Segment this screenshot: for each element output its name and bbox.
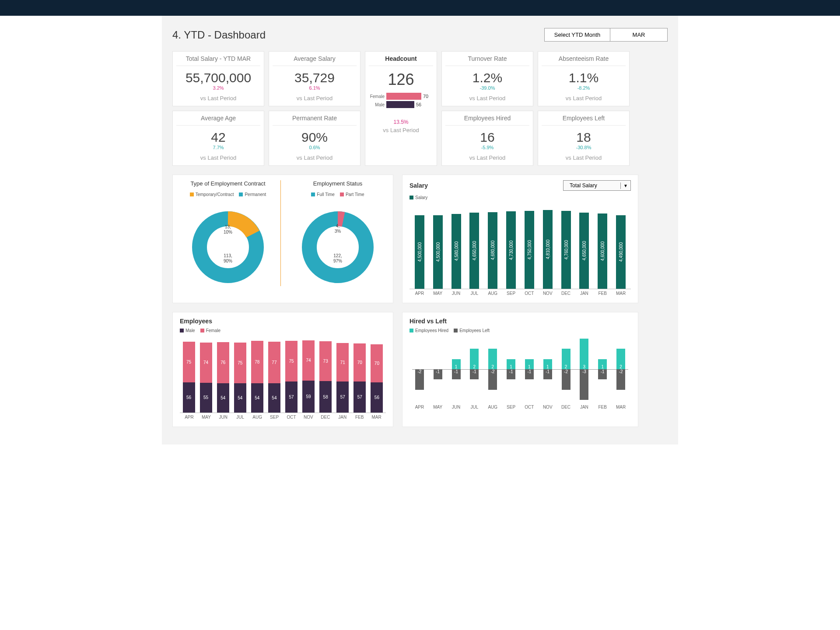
- emp-stack: 58 73: [318, 341, 333, 413]
- salary-x-axis: APRMAYJUNJULAUGSEPOCTNOVDECJANFEBMAR: [410, 289, 631, 296]
- salary-bar: 4,600,000: [595, 214, 610, 289]
- salary-bar: 4,650,000: [467, 213, 482, 289]
- kpi-sub: vs Last Period: [269, 93, 360, 106]
- salary-bar: 4,500,000: [430, 215, 445, 289]
- salary-bar: 4,760,000: [559, 211, 574, 289]
- salary-dropdown[interactable]: Total Salary ▼: [563, 180, 631, 191]
- kpi-title: Average Age: [176, 111, 260, 126]
- kpi-sub: vs Last Period: [538, 93, 629, 106]
- kpi-value: 126: [365, 66, 437, 89]
- kpi-value: 55,700,000: [173, 66, 264, 85]
- kpi-avg-salary: Average Salary 35,729 6.1% vs Last Perio…: [269, 51, 360, 106]
- hc-bar-row: Female 70: [370, 93, 432, 100]
- emp-stack: 54 75: [233, 343, 247, 413]
- salary-panel: Salary Total Salary ▼ Salary 4,500,000 4…: [402, 175, 638, 303]
- hvl-bar: 1 -1: [595, 336, 610, 402]
- donut-contract: Type of Employment Contract Temporary/Co…: [180, 180, 281, 286]
- chevron-down-icon: ▼: [620, 182, 630, 189]
- donut-status: Employment Status Full TimePart Time 4, …: [290, 180, 386, 286]
- kpi-left: Employees Left 18 -30.8% vs Last Period: [538, 111, 630, 166]
- salary-bar: 4,580,000: [449, 214, 464, 289]
- donut-title: Employment Status: [290, 180, 386, 187]
- legend-item: Permanent: [239, 192, 266, 197]
- hvl-bar: 2 -2: [559, 336, 574, 402]
- kpi-value: 42: [173, 126, 264, 145]
- kpi-title: Employees Left: [542, 111, 626, 126]
- legend-item: Female: [200, 328, 220, 333]
- svg-text:4,: 4,: [336, 224, 340, 228]
- kpi-turnover: Turnover Rate 1.2% -39.0% vs Last Period: [441, 51, 533, 106]
- hvl-bar: -1: [430, 336, 445, 402]
- kpi-headcount: Headcount 126 Female 70 Male 56 13.5% vs…: [365, 51, 437, 166]
- kpi-delta: 7.7%: [173, 145, 264, 153]
- headcount-gender-bars: Female 70 Male 56: [365, 89, 437, 111]
- hvl-bar: 1 -1: [504, 336, 518, 402]
- panel-title: Salary: [410, 182, 428, 189]
- salary-bar: 4,810,000: [540, 210, 555, 289]
- kpi-sub: vs Last Period: [442, 153, 533, 165]
- kpi-sub: vs Last Period: [365, 125, 437, 138]
- kpi-delta: -5.9%: [442, 145, 533, 153]
- kpi-value: 90%: [269, 126, 360, 145]
- kpi-delta: 6.1%: [269, 85, 360, 93]
- kpi-title: Headcount: [369, 52, 433, 66]
- panel-title: Hired vs Left: [410, 318, 631, 325]
- svg-text:10%: 10%: [224, 230, 232, 234]
- legend-item: Temporary/Contract: [190, 192, 234, 197]
- emp-stack: 54 78: [250, 341, 264, 413]
- legend-item: Full Time: [311, 192, 335, 197]
- kpi-title: Absenteeism Rate: [542, 52, 626, 66]
- hvl-bar: 1 -1: [449, 336, 464, 402]
- emp-stack: 54 76: [216, 342, 230, 413]
- emp-stack: 57 75: [284, 341, 298, 413]
- legend-item: Employees Hired: [410, 328, 448, 333]
- salary-bar: 4,680,000: [485, 212, 500, 289]
- hvl-bar: 3 -3: [577, 336, 592, 402]
- kpi-delta: 3.2%: [173, 85, 264, 93]
- selector-value[interactable]: MAR: [610, 28, 667, 41]
- kpi-hired: Employees Hired 16 -5.9% vs Last Period: [441, 111, 533, 166]
- svg-text:122,: 122,: [333, 253, 342, 258]
- salary-bar: 4,490,000: [613, 215, 628, 289]
- kpi-value: 35,729: [269, 66, 360, 85]
- hvl-bar: 2 -2: [485, 336, 500, 402]
- employees-chart: 56 75 55 74 54 76 54 75: [180, 336, 386, 413]
- emp-stack: 59 74: [301, 340, 316, 413]
- dashboard-page: 4. YTD - Dashboard Select YTD Month MAR …: [162, 16, 678, 444]
- emp-stack: 57 70: [353, 343, 367, 413]
- emp-stack: 55 74: [199, 343, 213, 413]
- kpi-delta: -39.0%: [442, 85, 533, 93]
- salary-bar: 4,730,000: [504, 211, 518, 289]
- selector-label: Select YTD Month: [545, 28, 610, 41]
- ytd-month-selector[interactable]: Select YTD Month MAR: [544, 28, 668, 42]
- kpi-title: Turnover Rate: [445, 52, 529, 66]
- hc-bar-row: Male 56: [370, 101, 432, 108]
- hvl-bar: 1 -1: [522, 336, 537, 402]
- kpi-sub: vs Last Period: [173, 153, 264, 165]
- kpi-delta: -30.8%: [538, 145, 629, 153]
- svg-text:97%: 97%: [333, 259, 342, 263]
- salary-bar: 4,650,000: [577, 213, 592, 289]
- kpi-title: Average Salary: [273, 52, 357, 66]
- hvl-bar: 2 -2: [613, 336, 628, 402]
- salary-bars: 4,500,000 4,500,000 4,580,000 4,650,000 …: [410, 202, 631, 289]
- kpi-total-salary: Total Salary - YTD MAR 55,700,000 3.2% v…: [172, 51, 264, 106]
- dropdown-value: Total Salary: [564, 181, 620, 190]
- kpi-title: Total Salary - YTD MAR: [176, 52, 260, 66]
- emp-stack: 57 71: [336, 343, 350, 413]
- kpi-sub: vs Last Period: [269, 153, 360, 165]
- salary-bar: 4,500,000: [412, 215, 427, 289]
- donut-contract-svg: 13, 10% 113, 90%: [184, 201, 272, 284]
- kpi-value: 1.2%: [442, 66, 533, 85]
- hvl-bar: 2 -1: [467, 336, 482, 402]
- hvl-bar: 1 -1: [540, 336, 555, 402]
- kpi-title: Employees Hired: [445, 111, 529, 126]
- salary-bar: 4,750,000: [522, 211, 537, 289]
- kpi-value: 1.1%: [538, 66, 629, 85]
- emp-stack: 56 75: [182, 342, 196, 413]
- hired-vs-left-panel: Hired vs Left Employees HiredEmployees L…: [402, 312, 638, 427]
- kpi-sub: vs Last Period: [173, 93, 264, 106]
- hvl-chart: -2 -1 1 -1 2 -1 2 -2 1 -1 1 -1: [410, 336, 631, 402]
- kpi-delta: -8.2%: [538, 85, 629, 93]
- page-title: 4. YTD - Dashboard: [172, 29, 266, 41]
